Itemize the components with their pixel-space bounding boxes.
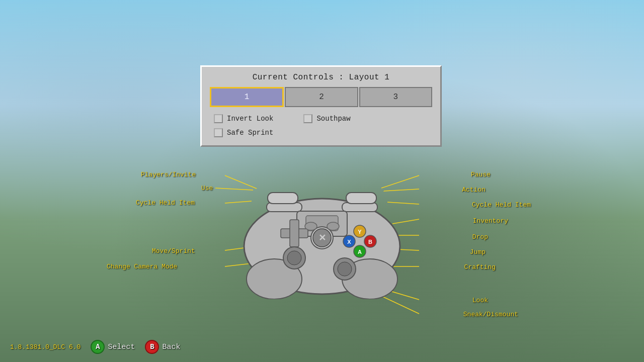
label-pause: Pause xyxy=(471,171,491,178)
a-button-key: A xyxy=(96,343,100,351)
svg-text:B: B xyxy=(368,239,372,245)
label-jump: Jump xyxy=(470,248,486,256)
label-players-invite: Players/Invite xyxy=(141,171,196,178)
label-change-camera: Change Camera Mode xyxy=(107,263,177,270)
controls-dialog: Current Controls : Layout 1 1 2 3 Invert… xyxy=(200,65,442,147)
svg-point-29 xyxy=(287,251,301,265)
back-label: Back xyxy=(162,343,180,351)
select-button-indicator: A Select xyxy=(91,340,135,354)
tab-3[interactable]: 3 xyxy=(359,87,432,107)
svg-rect-19 xyxy=(268,193,298,204)
label-move-sprint: Move/Sprint xyxy=(152,247,195,255)
invert-look-box[interactable] xyxy=(214,114,223,123)
b-button-key: B xyxy=(150,343,154,351)
svg-text:Y: Y xyxy=(358,229,362,235)
southpaw-checkbox[interactable]: Southpaw xyxy=(303,114,350,123)
svg-text:✕: ✕ xyxy=(318,233,326,243)
dialog-title: Current Controls : Layout 1 xyxy=(210,73,432,82)
svg-point-31 xyxy=(338,262,352,276)
label-drop: Drop xyxy=(472,233,488,241)
controller-svg: ✕ Y X B A xyxy=(231,173,413,299)
select-label: Select xyxy=(108,343,135,351)
label-inventory: Inventory xyxy=(473,217,508,225)
label-action: Action xyxy=(462,186,486,194)
invert-look-label: Invert Look xyxy=(227,115,273,123)
safe-sprint-checkbox[interactable]: Safe Sprint xyxy=(214,128,273,137)
checkbox-row-2: Safe Sprint xyxy=(214,128,432,137)
label-cycle-held-right: Cycle Held Item xyxy=(472,201,531,209)
label-use: Use xyxy=(201,185,213,192)
svg-point-41 xyxy=(327,222,339,230)
a-button-circle: A xyxy=(91,340,105,354)
checkbox-row-1: Invert Look Southpaw xyxy=(214,114,432,123)
southpaw-label: Southpaw xyxy=(316,115,350,123)
safe-sprint-label: Safe Sprint xyxy=(227,129,273,137)
layout-tabs: 1 2 3 xyxy=(210,87,432,107)
svg-rect-27 xyxy=(290,220,299,247)
invert-look-checkbox[interactable]: Invert Look xyxy=(214,114,273,123)
label-look: Look xyxy=(472,297,488,304)
tab-1[interactable]: 1 xyxy=(210,87,284,107)
back-button-indicator: B Back xyxy=(145,340,180,354)
label-sneak-dismount: Sneak/Dismount xyxy=(463,311,518,318)
svg-text:A: A xyxy=(358,249,362,255)
label-crafting: Crafting xyxy=(464,263,496,271)
svg-rect-20 xyxy=(346,193,376,204)
label-cycle-held-left: Cycle Held Item xyxy=(136,199,195,207)
tab-2[interactable]: 2 xyxy=(285,87,358,107)
bottom-bar: 1.8.1381.0_DLC 6.0 A Select B Back xyxy=(10,340,180,354)
southpaw-box[interactable] xyxy=(303,114,312,123)
svg-text:X: X xyxy=(347,239,351,245)
checkboxes-container: Invert Look Southpaw Safe Sprint xyxy=(210,114,432,137)
b-button-circle: B xyxy=(145,340,159,354)
version-text: 1.8.1381.0_DLC 6.0 xyxy=(10,343,80,351)
safe-sprint-box[interactable] xyxy=(214,128,223,137)
svg-point-40 xyxy=(305,222,317,230)
